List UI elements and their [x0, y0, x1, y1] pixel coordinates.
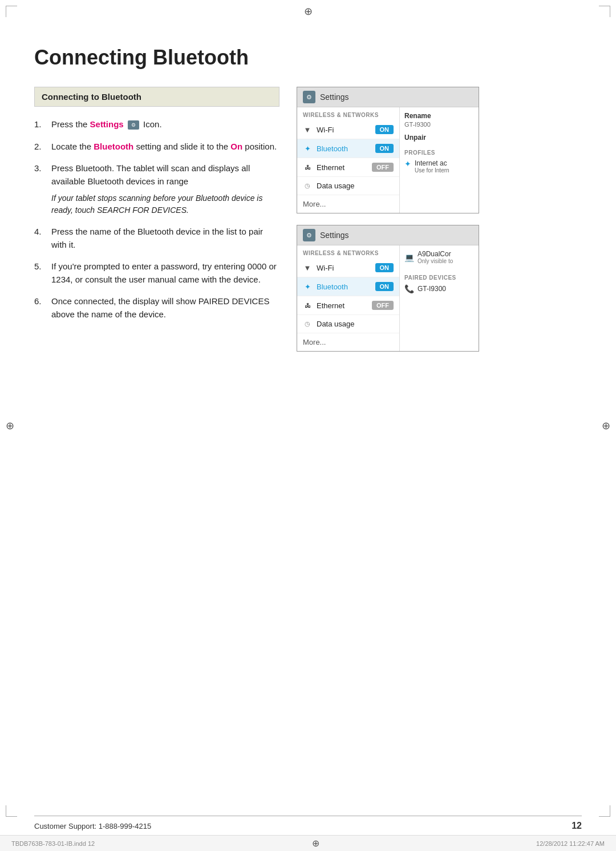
profiles-header: PROFILES	[404, 150, 474, 156]
wifi-label-1: Wi-Fi	[317, 126, 371, 134]
eth-toggle-2: OFF	[372, 301, 394, 310]
wifi-toggle-2: ON	[375, 263, 394, 272]
wifi-row-2: ▼ Wi-Fi ON	[297, 259, 399, 277]
left-column: Connecting to Bluetooth 1. Press the Set…	[34, 87, 279, 330]
corner-mark-br	[599, 805, 610, 817]
wifi-row-1: ▼ Wi-Fi ON	[297, 120, 399, 139]
footer-support: Customer Support: 1-888-999-4215	[34, 822, 151, 830]
wifi-label-2: Wi-Fi	[317, 264, 371, 272]
gt-device: 📞 GT-I9300	[404, 284, 474, 293]
gt-info: GT-I9300	[418, 285, 446, 293]
bt-icon-1: ✦	[303, 144, 312, 152]
internet-sub: Use for Intern	[415, 167, 449, 174]
wifi-toggle-1: ON	[375, 125, 394, 134]
eth-label-2: Ethernet	[317, 301, 367, 310]
bt-toggle-2: ON	[375, 282, 394, 291]
eth-toggle-1: OFF	[372, 163, 394, 172]
bottom-bar: TBDB763B-783-01-IB.indd 12 ⊕ 12/28/2012 …	[0, 835, 616, 851]
settings-header-1: ⚙ Settings	[297, 87, 479, 107]
data-label-2: Data usage	[317, 320, 394, 328]
settings-title-1: Settings	[320, 92, 349, 102]
data-label-1: Data usage	[317, 182, 394, 190]
a9dual-sub: Only visible to	[418, 258, 453, 264]
step-6-num: 6.	[34, 295, 46, 321]
settings-highlight: Settings	[90, 119, 124, 129]
data-icon-2: ◷	[303, 320, 312, 328]
settings-icon-inline: ⚙	[128, 120, 139, 130]
eth-label-1: Ethernet	[317, 163, 367, 172]
step-4: 4. Press the name of the Bluetooth devic…	[34, 225, 279, 251]
eth-icon-1: 🖧	[303, 163, 312, 171]
wifi-icon-1: ▼	[303, 126, 312, 134]
step-5: 5. If you're prompted to enter a passwor…	[34, 260, 279, 286]
step-2-content: Locate the Bluetooth setting and slide i…	[51, 140, 279, 154]
wireless-label-1: WIRELESS & NETWORKS	[297, 107, 399, 120]
page-title: Connecting Bluetooth	[34, 46, 582, 70]
phone-icon: 📞	[404, 284, 414, 293]
corner-mark-bl	[6, 805, 17, 817]
settings-screen-2: ⚙ Settings WIRELESS & NETWORKS ▼ Wi-Fi O…	[297, 225, 479, 352]
bt-small-icon: ✦	[404, 159, 411, 168]
step-3-note: If your tablet stops scanning before you…	[51, 192, 279, 216]
settings-app-icon-2: ⚙	[303, 229, 315, 241]
gt-label: GT-I9300	[418, 285, 446, 293]
steps-list: 1. Press the Settings ⚙ Icon. 2. Locate …	[34, 118, 279, 321]
page-container: ⊕ ⊕ Connecting Bluetooth Connecting to B…	[0, 0, 616, 851]
data-row-1: ◷ Data usage	[297, 177, 399, 195]
step-1: 1. Press the Settings ⚙ Icon.	[34, 118, 279, 131]
paired-devices-header: PAIRED DEVICES	[404, 275, 474, 281]
unpair-label: Unpair	[404, 134, 474, 142]
eth-row-2: 🖧 Ethernet OFF	[297, 296, 399, 315]
step-4-content: Press the name of the Bluetooth device i…	[51, 225, 279, 251]
bt-row-2: ✦ Bluetooth ON	[297, 277, 399, 296]
more-1: More...	[297, 195, 399, 213]
footer: Customer Support: 1-888-999-4215 12	[34, 816, 582, 831]
step-4-num: 4.	[34, 225, 46, 251]
step-2-num: 2.	[34, 140, 46, 154]
step-6: 6. Once connected, the display will show…	[34, 295, 279, 321]
settings-left-1: WIRELESS & NETWORKS ▼ Wi-Fi ON ✦ Bluetoo…	[297, 107, 400, 213]
bt-toggle-1: ON	[375, 144, 394, 153]
right-column: ⚙ Settings WIRELESS & NETWORKS ▼ Wi-Fi O…	[297, 87, 582, 352]
bt-icon-2: ✦	[303, 283, 312, 291]
content-layout: Connecting to Bluetooth 1. Press the Set…	[34, 87, 582, 352]
rename-sub: GT-I9300	[404, 121, 474, 128]
corner-mark-tr	[599, 6, 610, 17]
wireless-label-2: WIRELESS & NETWORKS	[297, 245, 399, 259]
crosshair-left-icon: ⊕	[6, 420, 14, 432]
step-1-content: Press the Settings ⚙ Icon.	[51, 118, 279, 131]
bt-label-1: Bluetooth	[317, 144, 371, 153]
laptop-icon: 💻	[404, 253, 414, 262]
a9dual-device: 💻 A9DualCor Only visible to	[404, 250, 474, 264]
bottom-right: 12/28/2012 11:22:47 AM	[536, 840, 605, 847]
step-6-content: Once connected, the display will show PA…	[51, 295, 279, 321]
bluetooth-highlight: Bluetooth	[94, 142, 133, 151]
step-5-content: If you're prompted to enter a password, …	[51, 260, 279, 286]
footer-page-num: 12	[572, 821, 582, 831]
crosshair-bottom-icon: ⊕	[312, 838, 319, 849]
step-3-num: 3.	[34, 162, 46, 216]
eth-row-1: 🖧 Ethernet OFF	[297, 158, 399, 177]
settings-body-1: WIRELESS & NETWORKS ▼ Wi-Fi ON ✦ Bluetoo…	[297, 107, 479, 213]
internet-text: Internet ac	[415, 159, 449, 167]
data-row-2: ◷ Data usage	[297, 315, 399, 333]
on-highlight: On	[230, 142, 242, 151]
settings-left-2: WIRELESS & NETWORKS ▼ Wi-Fi ON ✦ Bluetoo…	[297, 245, 400, 351]
settings-right-panel-1: Rename GT-I9300 Unpair PROFILES ✦ Intern…	[400, 107, 479, 213]
step-3-content: Press Bluetooth. The tablet will scan an…	[51, 162, 279, 216]
rename-label: Rename	[404, 112, 474, 120]
settings-title-2: Settings	[320, 231, 349, 240]
internet-item: ✦ Internet ac Use for Intern	[404, 159, 474, 174]
settings-header-2: ⚙ Settings	[297, 225, 479, 245]
step-5-num: 5.	[34, 260, 46, 286]
a9dual-info: A9DualCor Only visible to	[418, 250, 453, 264]
corner-mark-tl	[6, 6, 17, 17]
data-icon-1: ◷	[303, 182, 312, 190]
section-box: Connecting to Bluetooth	[34, 87, 279, 107]
settings-right-panel-2: 💻 A9DualCor Only visible to PAIRED DEVIC…	[400, 245, 479, 351]
step-1-num: 1.	[34, 118, 46, 131]
settings-screen-1: ⚙ Settings WIRELESS & NETWORKS ▼ Wi-Fi O…	[297, 87, 479, 213]
crosshair-top-icon	[302, 6, 314, 17]
settings-app-icon-1: ⚙	[303, 91, 315, 103]
step-2: 2. Locate the Bluetooth setting and slid…	[34, 140, 279, 154]
